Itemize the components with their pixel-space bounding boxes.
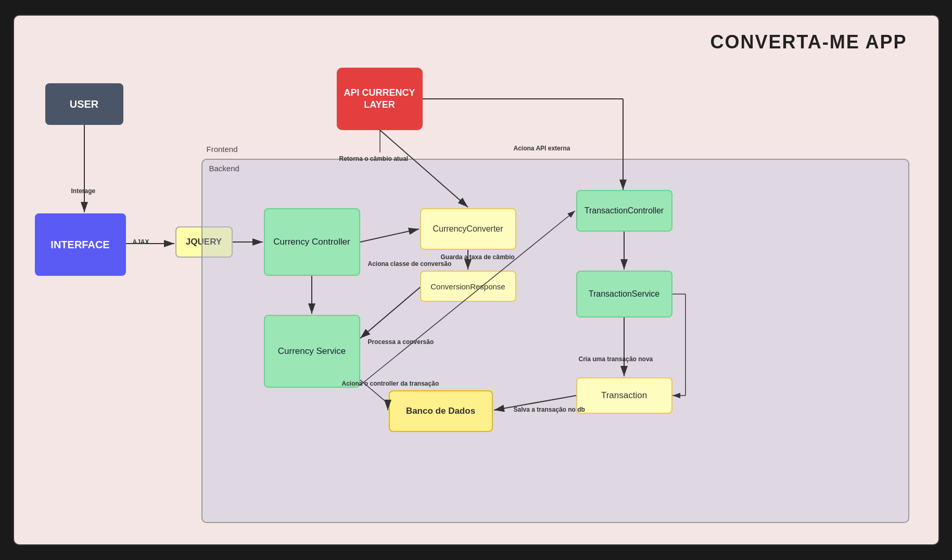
currency-controller-box: Currency Controller: [264, 208, 360, 276]
ajax-label: AJAX: [133, 238, 149, 246]
retorna-cambio-label: Retorna o câmbio atual: [339, 155, 409, 162]
user-box: USER: [45, 83, 123, 125]
frontend-label: Frontend: [207, 145, 238, 154]
guarda-taxa-label: Guarda a taxa de câmbio: [441, 253, 515, 261]
processa-conversao-label: Processa a conversão: [368, 338, 434, 346]
currency-converter-box: CurrencyConverter: [420, 208, 516, 250]
aciona-controller-label: Aciona o controller da transação: [342, 380, 439, 387]
aciona-classe-label: Aciona classe de conversão: [368, 260, 452, 268]
currency-service-box: Currency Service: [264, 315, 360, 388]
transaction-box: Transaction: [576, 377, 672, 414]
aciona-api-label: Aciona API externa: [514, 145, 570, 152]
backend-label: Backend: [209, 164, 239, 173]
api-currency-layer-box: API CURRENCY LAYER: [337, 68, 423, 130]
cria-transacao-label: Cria uma transação nova: [579, 355, 653, 363]
interface-box: INTERFACE: [35, 213, 126, 276]
app-title: CONVERTA-ME APP: [710, 31, 907, 53]
banco-de-dados-box: Banco de Dados: [389, 390, 493, 432]
main-container: CONVERTA-ME APP USER INTERFACE JQUERY AP…: [13, 15, 940, 545]
salva-transacao-label: Salva a transação no db: [514, 406, 585, 413]
transaction-controller-box: TransactionController: [576, 190, 672, 232]
transaction-service-box: TransactionService: [576, 271, 672, 317]
interage-label: Interage: [71, 187, 96, 195]
conversion-response-box: ConversionResponse: [420, 271, 516, 302]
